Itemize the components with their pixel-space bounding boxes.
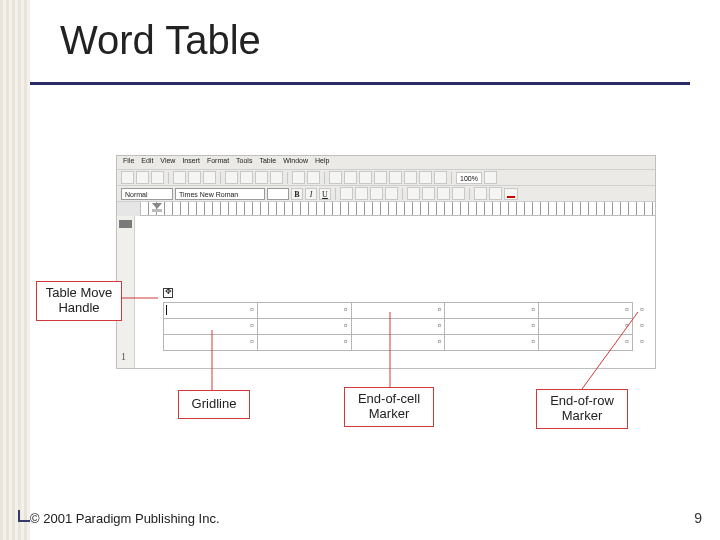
table-cell[interactable]: ¤ bbox=[257, 303, 351, 319]
end-of-cell-marker-icon: ¤ bbox=[625, 322, 629, 329]
table-cell[interactable]: ¤ bbox=[257, 319, 351, 335]
menu-help[interactable]: Help bbox=[315, 157, 329, 169]
toolbar-sep bbox=[287, 172, 288, 184]
end-of-cell-marker-icon: ¤ bbox=[344, 322, 348, 329]
end-of-cell-marker-icon: ¤ bbox=[344, 338, 348, 345]
table-move-handle-icon[interactable] bbox=[163, 288, 173, 298]
cut-icon[interactable] bbox=[225, 171, 238, 184]
increase-indent-icon[interactable] bbox=[452, 187, 465, 200]
underline-button[interactable]: U bbox=[319, 188, 331, 200]
hyperlink-icon[interactable] bbox=[329, 171, 342, 184]
table-row[interactable]: ¤ ¤ ¤ ¤ ¤¤ bbox=[164, 335, 633, 351]
menu-tools[interactable]: Tools bbox=[236, 157, 252, 169]
end-of-row-marker-icon: ¤ bbox=[640, 338, 644, 345]
decrease-indent-icon[interactable] bbox=[437, 187, 450, 200]
align-center-icon[interactable] bbox=[355, 187, 368, 200]
toolbar-sep bbox=[324, 172, 325, 184]
font-color-icon[interactable] bbox=[504, 188, 518, 200]
style-dropdown[interactable]: Normal bbox=[121, 188, 173, 200]
title-rule bbox=[30, 82, 690, 85]
align-right-icon[interactable] bbox=[370, 187, 383, 200]
table-cell[interactable]: ¤ bbox=[164, 303, 258, 319]
table-cell[interactable]: ¤¤ bbox=[539, 303, 633, 319]
table-cell[interactable]: ¤¤ bbox=[539, 319, 633, 335]
menu-format[interactable]: Format bbox=[207, 157, 229, 169]
table-cell[interactable]: ¤ bbox=[164, 319, 258, 335]
table-cell[interactable]: ¤ bbox=[351, 303, 445, 319]
font-size-dropdown[interactable] bbox=[267, 188, 289, 200]
menu-table[interactable]: Table bbox=[259, 157, 276, 169]
callout-end-of-cell: End-of-cell Marker bbox=[344, 387, 434, 427]
table-cell[interactable]: ¤¤ bbox=[539, 335, 633, 351]
callout-table-move-handle: Table Move Handle bbox=[36, 281, 122, 321]
new-doc-icon[interactable] bbox=[121, 171, 134, 184]
menu-insert[interactable]: Insert bbox=[182, 157, 200, 169]
menu-file[interactable]: File bbox=[123, 157, 134, 169]
formatting-toolbar: Normal Times New Roman B I U bbox=[117, 186, 655, 202]
end-of-cell-marker-icon: ¤ bbox=[531, 338, 535, 345]
print-icon[interactable] bbox=[173, 171, 186, 184]
italic-button[interactable]: I bbox=[305, 188, 317, 200]
word-table[interactable]: ¤ ¤ ¤ ¤ ¤¤ ¤ ¤ ¤ ¤ ¤¤ ¤ ¤ ¤ ¤ bbox=[163, 302, 633, 351]
table-cell[interactable]: ¤ bbox=[164, 335, 258, 351]
table-row[interactable]: ¤ ¤ ¤ ¤ ¤¤ bbox=[164, 319, 633, 335]
spellcheck-icon[interactable] bbox=[203, 171, 216, 184]
columns-icon[interactable] bbox=[389, 171, 402, 184]
indent-marker-icon[interactable] bbox=[152, 203, 162, 211]
end-of-cell-marker-icon: ¤ bbox=[344, 306, 348, 313]
table-row[interactable]: ¤ ¤ ¤ ¤ ¤¤ bbox=[164, 303, 633, 319]
justify-icon[interactable] bbox=[385, 187, 398, 200]
format-painter-icon[interactable] bbox=[270, 171, 283, 184]
end-of-cell-marker-icon: ¤ bbox=[531, 306, 535, 313]
table-cell[interactable]: ¤ bbox=[445, 335, 539, 351]
table-cell[interactable]: ¤ bbox=[351, 319, 445, 335]
copyright-text: © 2001 Paradigm Publishing Inc. bbox=[30, 511, 220, 526]
redo-icon[interactable] bbox=[307, 171, 320, 184]
menu-edit[interactable]: Edit bbox=[141, 157, 153, 169]
excel-icon[interactable] bbox=[374, 171, 387, 184]
copy-icon[interactable] bbox=[240, 171, 253, 184]
bold-button[interactable]: B bbox=[291, 188, 303, 200]
font-dropdown[interactable]: Times New Roman bbox=[175, 188, 265, 200]
end-of-cell-marker-icon: ¤ bbox=[531, 322, 535, 329]
svg-marker-0 bbox=[152, 203, 162, 209]
zoom-dropdown[interactable]: 100% bbox=[456, 172, 482, 184]
tables-borders-icon[interactable] bbox=[344, 171, 357, 184]
show-hide-icon[interactable] bbox=[434, 171, 447, 184]
doc-map-icon[interactable] bbox=[419, 171, 432, 184]
slide-left-stripe bbox=[0, 0, 30, 540]
toolbar-sep bbox=[451, 172, 452, 184]
paste-icon[interactable] bbox=[255, 171, 268, 184]
table-cell[interactable]: ¤ bbox=[257, 335, 351, 351]
save-icon[interactable] bbox=[151, 171, 164, 184]
table-cell[interactable]: ¤ bbox=[445, 303, 539, 319]
menu-window[interactable]: Window bbox=[283, 157, 308, 169]
end-of-cell-marker-icon: ¤ bbox=[437, 322, 441, 329]
table-cell[interactable]: ¤ bbox=[445, 319, 539, 335]
borders-icon[interactable] bbox=[474, 187, 487, 200]
align-left-icon[interactable] bbox=[340, 187, 353, 200]
end-of-cell-marker-icon: ¤ bbox=[437, 338, 441, 345]
insert-table-icon[interactable] bbox=[359, 171, 372, 184]
toolbar-sep bbox=[220, 172, 221, 184]
menu-view[interactable]: View bbox=[160, 157, 175, 169]
drawing-icon[interactable] bbox=[404, 171, 417, 184]
open-icon[interactable] bbox=[136, 171, 149, 184]
callout-gridline: Gridline bbox=[178, 390, 250, 419]
toolbar-sep bbox=[335, 188, 336, 200]
end-of-cell-marker-icon: ¤ bbox=[625, 338, 629, 345]
slide-title: Word Table bbox=[60, 18, 261, 63]
numbering-icon[interactable] bbox=[407, 187, 420, 200]
undo-icon[interactable] bbox=[292, 171, 305, 184]
table-cell[interactable]: ¤ bbox=[351, 335, 445, 351]
bullets-icon[interactable] bbox=[422, 187, 435, 200]
document-area: 1 ¤ ¤ ¤ ¤ ¤¤ ¤ ¤ ¤ ¤ ¤¤ bbox=[117, 216, 655, 368]
standard-toolbar: 100% bbox=[117, 170, 655, 186]
horizontal-ruler[interactable] bbox=[117, 202, 655, 216]
end-of-row-marker-icon: ¤ bbox=[640, 322, 644, 329]
help-icon[interactable] bbox=[484, 171, 497, 184]
page: ¤ ¤ ¤ ¤ ¤¤ ¤ ¤ ¤ ¤ ¤¤ ¤ ¤ ¤ ¤ bbox=[135, 216, 655, 368]
highlight-icon[interactable] bbox=[489, 187, 502, 200]
end-of-row-marker-icon: ¤ bbox=[640, 306, 644, 313]
print-preview-icon[interactable] bbox=[188, 171, 201, 184]
